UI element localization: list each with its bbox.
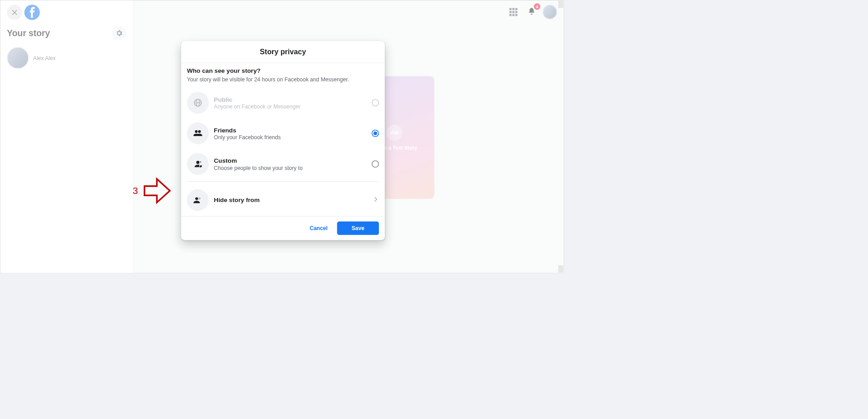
globe-icon: [187, 92, 208, 113]
modal-title: Story privacy: [181, 41, 385, 63]
hide-label: Hide story from: [214, 196, 367, 203]
modal-question: Who can see your story?: [187, 67, 379, 75]
option-sub: Anyone on Facebook or Messenger: [214, 104, 367, 110]
option-custom[interactable]: Custom Choose people to show your story …: [187, 149, 379, 179]
option-friends[interactable]: Friends Only your Facebook friends: [187, 118, 379, 149]
radio-custom[interactable]: [372, 160, 379, 168]
divider: [187, 181, 379, 182]
friends-icon: [187, 122, 208, 144]
option-sub: Choose people to show your story to: [214, 165, 367, 171]
radio-public[interactable]: [372, 99, 379, 106]
custom-icon: [187, 153, 208, 175]
modal-subtext: Your story will be visible for 24 hours …: [187, 76, 379, 82]
option-title: Friends: [214, 127, 367, 134]
arrow-right-icon: [142, 175, 173, 207]
hide-story-from[interactable]: Hide story from: [187, 184, 379, 216]
cancel-button[interactable]: Cancel: [303, 221, 334, 235]
save-button[interactable]: Save: [337, 221, 379, 235]
story-privacy-modal: Story privacy Who can see your story? Yo…: [181, 41, 385, 240]
annotation-step-3: 3: [132, 175, 172, 207]
radio-friends[interactable]: [372, 130, 379, 137]
chevron-right-icon: [373, 196, 379, 204]
option-title: Custom: [214, 157, 367, 165]
option-public[interactable]: Public Anyone on Facebook or Messenger: [187, 87, 379, 118]
hide-icon: [187, 189, 208, 211]
annotation-number: 3: [132, 185, 138, 196]
option-title: Public: [214, 96, 367, 103]
option-sub: Only your Facebook friends: [214, 134, 367, 140]
